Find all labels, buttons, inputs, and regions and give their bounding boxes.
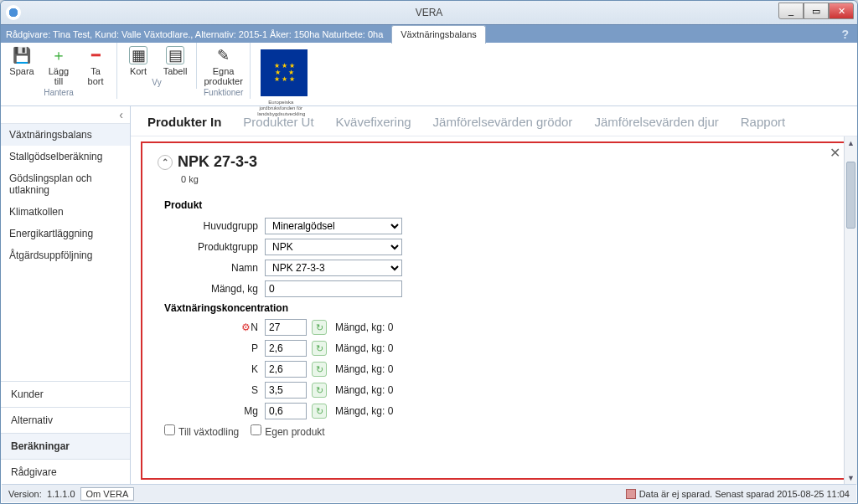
sidebar-item-godslingsplan[interactable]: Gödslingsplan och utlakning bbox=[1, 167, 130, 201]
sidebar: ‹ Växtnäringsbalans Stallgödselberäkning… bbox=[1, 106, 131, 485]
group-label-vy: Vy bbox=[124, 78, 189, 87]
label-namn: Namn bbox=[158, 262, 265, 274]
context-active-tab[interactable]: Växtnäringsbalans bbox=[391, 25, 486, 44]
input-element-Mg[interactable] bbox=[265, 403, 307, 419]
tab-jamfor-djur[interactable]: Jämförelsevärden djur bbox=[594, 115, 718, 129]
egna-produkter-button[interactable]: ✎ Egna produkter bbox=[204, 46, 242, 86]
version-label: Version: 1.1.1.0 bbox=[8, 489, 75, 499]
select-produktgrupp[interactable]: NPK bbox=[265, 239, 402, 255]
select-huvudgrupp[interactable]: Mineralgödsel bbox=[265, 218, 402, 234]
sidebar-item-vaxtnaringsbalans[interactable]: Växtnäringsbalans bbox=[1, 124, 130, 146]
chk-egen-input[interactable] bbox=[251, 424, 261, 435]
scroll-down-icon[interactable]: ▼ bbox=[845, 471, 857, 485]
chk-till-vaxtodling[interactable]: Till växtodling bbox=[164, 424, 239, 438]
label-huvudgrupp: Huvudgrupp bbox=[158, 220, 265, 232]
reset-element-P-button[interactable]: ↻ bbox=[312, 341, 327, 356]
reset-element-N-button[interactable]: ↻ bbox=[312, 320, 327, 335]
section-produkt: Produkt Huvudgrupp Mineralgödsel Produkt… bbox=[158, 199, 830, 438]
save-icon: 💾 bbox=[13, 46, 31, 64]
row-element-N: ⚙N↻Mängd, kg: 0 bbox=[158, 319, 830, 336]
sidebar-item-atgard[interactable]: Åtgärdsuppföljning bbox=[1, 244, 130, 266]
sidenav-berakningar[interactable]: Beräkningar bbox=[1, 433, 130, 459]
group-label-hantera: Hantera bbox=[8, 88, 110, 97]
help-icon[interactable]: ? bbox=[841, 28, 849, 41]
label-element-P: P bbox=[158, 342, 265, 354]
mkg-element-Mg: Mängd, kg: 0 bbox=[335, 405, 393, 417]
panel-title: NPK 27-3-3 bbox=[178, 153, 257, 171]
egna-label: Egna produkter bbox=[204, 66, 242, 86]
sidebar-item-klimatkollen[interactable]: Klimatkollen bbox=[1, 201, 130, 223]
collapse-toggle-icon[interactable]: ⌃ bbox=[158, 155, 173, 170]
subtabs: Produkter In Produkter Ut Kvävefixering … bbox=[131, 106, 857, 136]
tab-produkter-ut[interactable]: Produkter Ut bbox=[243, 115, 313, 129]
scroll-thumb[interactable] bbox=[846, 162, 855, 229]
minus-icon: ━ bbox=[86, 46, 105, 64]
kort-button[interactable]: ▦ Kort bbox=[124, 46, 152, 76]
row-huvudgrupp: Huvudgrupp Mineralgödsel bbox=[158, 218, 830, 234]
input-element-K[interactable] bbox=[265, 361, 307, 378]
unsaved-warning-icon bbox=[626, 489, 636, 499]
tab-produkter-in[interactable]: Produkter In bbox=[147, 115, 221, 129]
window-buttons: _ ▭ ✕ bbox=[778, 3, 854, 19]
add-button[interactable]: ＋ Lägg till bbox=[44, 46, 73, 86]
vertical-scrollbar[interactable]: ▲ ▼ bbox=[844, 136, 857, 485]
card-view-icon: ▦ bbox=[129, 46, 147, 64]
sidenav-alternativ[interactable]: Alternativ bbox=[1, 407, 130, 433]
mkg-element-P: Mängd, kg: 0 bbox=[335, 342, 393, 354]
sidebar-collapse-icon[interactable]: ‹ bbox=[1, 106, 130, 124]
sidenav-kunder[interactable]: Kunder bbox=[1, 381, 130, 407]
minimize-button[interactable]: _ bbox=[778, 3, 804, 19]
row-mangd: Mängd, kg bbox=[158, 280, 830, 297]
main: Produkter In Produkter Ut Kvävefixering … bbox=[131, 106, 857, 485]
label-element-K: K bbox=[158, 363, 265, 375]
panel-subtitle: 0 kg bbox=[181, 174, 830, 184]
product-panel: ✕ ⌃ NPK 27-3-3 0 kg Produkt Huvudgrupp M… bbox=[141, 141, 847, 480]
input-element-N[interactable] bbox=[265, 319, 307, 336]
checkbox-row: Till växtodling Egen produkt bbox=[164, 424, 830, 438]
window-title: VERA bbox=[1, 7, 857, 18]
add-label: Lägg till bbox=[49, 66, 69, 86]
tab-jamfor-grodor[interactable]: Jämförelsevärden grödor bbox=[433, 115, 573, 129]
chk-till-input[interactable] bbox=[164, 424, 175, 435]
row-element-P: P↻Mängd, kg: 0 bbox=[158, 340, 830, 357]
label-produktgrupp: Produktgrupp bbox=[158, 241, 265, 253]
chk-egen-label: Egen produkt bbox=[265, 426, 324, 438]
chk-egen-produkt[interactable]: Egen produkt bbox=[251, 424, 324, 438]
input-mangd[interactable] bbox=[265, 280, 402, 297]
reset-element-S-button[interactable]: ↻ bbox=[312, 383, 327, 398]
scroll-up-icon[interactable]: ▲ bbox=[845, 136, 857, 150]
reset-element-Mg-button[interactable]: ↻ bbox=[312, 404, 327, 419]
tab-kvavefixering[interactable]: Kvävefixering bbox=[336, 115, 411, 129]
maximize-button[interactable]: ▭ bbox=[804, 3, 829, 19]
sidebar-item-stallgodsel[interactable]: Stallgödselberäkning bbox=[1, 146, 130, 167]
input-element-P[interactable] bbox=[265, 340, 307, 357]
sidebar-item-energi[interactable]: Energikartläggning bbox=[1, 223, 130, 244]
chk-till-label: Till växtodling bbox=[178, 426, 239, 438]
panel-close-icon[interactable]: ✕ bbox=[830, 145, 840, 161]
status-bar: Version: 1.1.1.0 Om VERA Data är ej spar… bbox=[2, 484, 856, 502]
context-text: Rådgivare: Tina Test, Kund: Valle Växtod… bbox=[6, 29, 383, 39]
save-status-text: Data är ej sparad. Senast sparad 2015-08… bbox=[639, 489, 850, 499]
app-window: VERA _ ▭ ✕ Rådgivare: Tina Test, Kund: V… bbox=[0, 0, 858, 504]
kort-label: Kort bbox=[130, 66, 147, 76]
ribbon: 💾 Spara ＋ Lägg till ━ Ta bort Hantera ▦ … bbox=[1, 43, 857, 106]
about-button[interactable]: Om VERA bbox=[80, 487, 135, 501]
save-button[interactable]: 💾 Spara bbox=[8, 46, 36, 76]
tabell-button[interactable]: ▤ Tabell bbox=[161, 46, 189, 76]
group-label-funktioner: Funktioner bbox=[204, 88, 243, 97]
mkg-element-S: Mängd, kg: 0 bbox=[335, 384, 393, 396]
sidenav-radgivare[interactable]: Rådgivare bbox=[1, 459, 130, 485]
input-element-S[interactable] bbox=[265, 382, 307, 399]
row-element-S: S↻Mängd, kg: 0 bbox=[158, 382, 830, 399]
plus-icon: ＋ bbox=[49, 46, 68, 64]
label-mangd: Mängd, kg bbox=[158, 283, 265, 295]
table-view-icon: ▤ bbox=[166, 46, 184, 64]
label-element-N: ⚙N bbox=[158, 321, 265, 333]
row-element-K: K↻Mängd, kg: 0 bbox=[158, 361, 830, 378]
remove-button[interactable]: ━ Ta bort bbox=[81, 46, 110, 86]
reset-element-K-button[interactable]: ↻ bbox=[312, 362, 327, 377]
ribbon-group-funktioner: ✎ Egna produkter Funktioner bbox=[197, 43, 251, 99]
tab-rapport[interactable]: Rapport bbox=[741, 115, 785, 129]
select-namn[interactable]: NPK 27-3-3 bbox=[265, 260, 402, 276]
close-window-button[interactable]: ✕ bbox=[829, 3, 854, 19]
